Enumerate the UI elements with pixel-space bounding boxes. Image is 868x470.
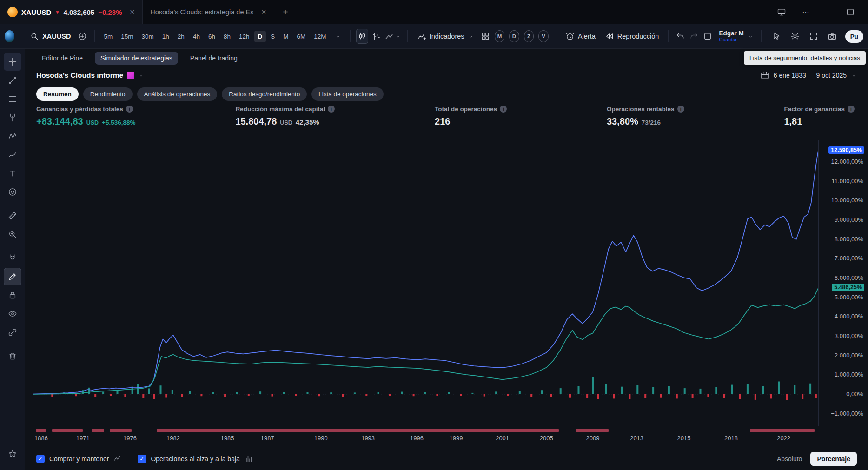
indicators-button[interactable]: Indicadores [413,29,477,44]
timeframe-5m[interactable]: 5m [100,31,117,42]
tool-zoom-in[interactable] [4,225,21,243]
absolute-mode-button[interactable]: Absoluto [777,455,802,463]
date-range-picker[interactable]: 6 ene 1833 — 9 oct 2025 [760,71,857,80]
strategy-title[interactable]: Hosoda’s Clouds informe [36,71,144,79]
info-icon[interactable]: i [848,106,855,113]
layout-grid-icon[interactable] [479,29,491,44]
tool-fib-retracement[interactable] [4,90,21,108]
maximize-icon[interactable] [846,7,855,17]
info-icon[interactable]: i [328,106,335,113]
tool-brush[interactable] [4,146,21,164]
fullscreen-icon[interactable] [806,29,821,44]
settings-gear-icon[interactable] [788,29,802,44]
new-tab-button[interactable]: + [274,0,297,24]
tool-remove-all[interactable] [4,347,21,365]
timeframe-12mo[interactable]: 12M [310,31,330,42]
percent-mode-button[interactable]: Porcentaje [810,452,857,466]
timeframe-6mo[interactable]: 6M [293,31,310,42]
layout-z-button[interactable]: Z [524,30,534,42]
alert-button[interactable]: Alerta [562,29,599,44]
report-tab-trades-list[interactable]: Lista de operaciones [311,87,384,101]
search-icon [30,32,39,41]
user-name: Edgar M [719,30,743,37]
timeframe-2h[interactable]: 2h [174,31,188,42]
tool-draw-lock[interactable] [4,268,21,285]
replay-button[interactable]: Reproducción [601,29,663,44]
publish-button[interactable]: Pu [845,30,863,43]
checkbox-checked-icon[interactable]: ✓ [36,455,45,463]
symbol-tab[interactable]: XAUUSD ▼ 4.032,605 −0.23% ✕ [0,0,143,24]
timeframe-1w[interactable]: S [267,31,278,42]
tab-strategy-tester[interactable]: Simulador de estrategias [95,52,178,65]
layout-d-button[interactable]: D [509,30,519,42]
layout-m-button[interactable]: M [495,30,505,42]
time-axis[interactable]: 1886197119761982198519871990199319961999… [33,435,818,444]
main-toolbar: XAUUSD 5m 15m 30m 1h 2h 4h 6h 8h 12h D S… [0,24,868,49]
timeframe-1d[interactable]: D [254,31,266,42]
user-menu[interactable]: Edgar M Guardar [719,30,743,42]
timeframe-4h[interactable]: 4h [189,31,204,42]
info-icon[interactable]: i [677,106,684,113]
chart-type-candles-icon[interactable] [356,29,368,44]
axis-tick-label: 1999 [449,435,463,442]
user-avatar[interactable] [5,30,14,42]
drawing-toolbar [0,49,25,470]
tab-trading-panel[interactable]: Panel de trading [185,52,243,65]
save-layout-icon[interactable] [700,29,715,44]
tool-trend-line[interactable] [4,72,21,89]
tool-magnet[interactable] [4,249,21,267]
timeframe-8h[interactable]: 8h [220,31,234,42]
tool-link-drawings[interactable] [4,324,21,341]
timeframe-6h[interactable]: 6h [205,31,219,42]
quick-search-cursor-icon[interactable] [769,29,784,44]
minimize-icon[interactable]: ─ [825,8,830,16]
script-tab[interactable]: Hosoda’s Clouds: estrategia de Es ✕ [143,0,274,24]
tool-hide-all[interactable] [4,305,21,323]
tool-xabcd-pattern[interactable] [4,127,21,145]
tool-pitchfork[interactable] [4,109,21,126]
drawdown-segment [576,429,608,432]
tool-lock-all[interactable] [4,286,21,304]
buy-hold-toggle[interactable]: ✓ Comprar y mantener [36,455,122,463]
axis-tick-label: 1990 [314,435,328,442]
close-icon[interactable]: ✕ [129,8,135,16]
timeframe-30m[interactable]: 30m [138,31,158,42]
info-icon[interactable]: i [126,106,133,113]
timeframe-1m[interactable]: M [279,31,292,42]
monitor-icon[interactable] [777,7,786,17]
chart-type-bars-icon[interactable] [370,29,382,44]
timeframe-15m[interactable]: 15m [117,31,137,42]
timeframe-chevron-down-icon[interactable] [331,31,345,42]
chart-options-bar: ✓ Comprar y mantener ✓ Operaciones al al… [25,447,868,470]
chevron-down-icon [138,73,144,79]
symbol-search-button[interactable]: XAUUSD [26,29,74,44]
tool-text[interactable] [4,165,21,182]
screenshot-camera-icon[interactable] [825,29,840,44]
undo-icon[interactable] [674,29,686,44]
tool-emoticon[interactable] [4,183,21,201]
report-tab-summary[interactable]: Resumen [36,87,79,101]
axis-tick-label: 12.000,00% [831,158,863,165]
chevron-down-icon[interactable] [748,33,754,40]
timeframe-12h[interactable]: 12h [235,31,253,42]
value-axis[interactable]: 12.000,00%11.000,00%10.000,00%9.000,00%8… [818,140,868,426]
redo-icon[interactable] [688,29,700,44]
tool-ruler[interactable] [4,207,21,225]
timeframe-1h[interactable]: 1h [159,31,173,42]
close-icon[interactable]: ✕ [261,8,266,16]
favorites-star-icon[interactable] [4,445,21,463]
checkbox-checked-icon[interactable]: ✓ [138,455,146,463]
tool-crosshair[interactable] [4,53,21,71]
more-options-icon[interactable]: ⋯ [802,8,809,16]
tab-pine-editor[interactable]: Editor de Pine [36,52,88,65]
long-short-toggle[interactable]: ✓ Operaciones al alza y a la baja [138,455,252,463]
compare-add-icon[interactable] [76,29,88,44]
report-tab-risk-ratios[interactable]: Ratios riesgo/rendimiento [222,87,307,101]
info-icon[interactable]: i [500,106,507,113]
equity-chart-plot[interactable] [33,140,818,426]
chart-type-line-icon[interactable] [384,29,402,44]
report-tab-performance[interactable]: Rendimiento [83,87,133,101]
report-tab-trades-analysis[interactable]: Análisis de operaciones [137,87,218,101]
layout-v-button[interactable]: V [538,30,549,42]
drawdown-segment [36,429,47,432]
